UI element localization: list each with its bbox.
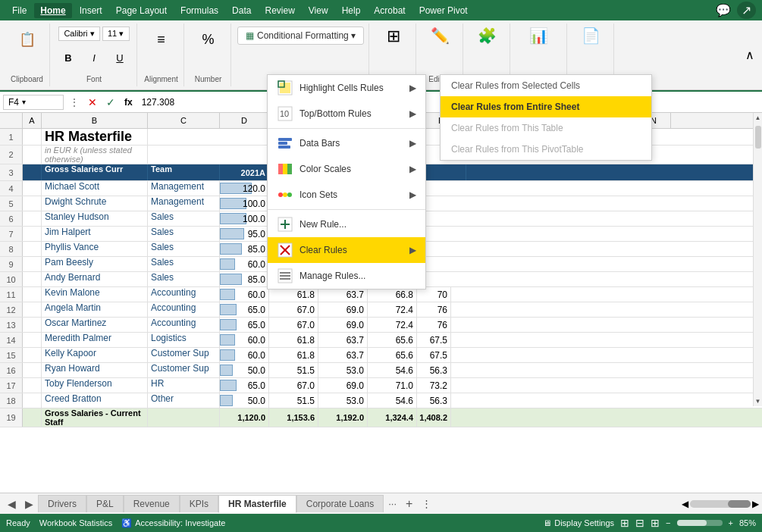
tab-revenue[interactable]: Revenue (124, 495, 180, 512)
cf-submenu-item-selected[interactable]: Clear Rules from Selected Cells (441, 75, 651, 96)
font-size-selector[interactable]: 11 ▾ (102, 27, 130, 41)
expand-icon[interactable]: ⋮ (67, 97, 82, 108)
cf-menu-item-topbottom[interactable]: 10 Top/Bottom Rules ▶ (268, 101, 425, 127)
cell[interactable] (23, 129, 42, 145)
cell[interactable]: Sales (148, 257, 220, 271)
confirm-formula-icon[interactable]: ✓ (103, 96, 118, 108)
cell[interactable]: Accounting (148, 318, 220, 332)
cell[interactable]: Phyllis Vance (42, 242, 148, 256)
menu-help[interactable]: Help (336, 3, 367, 18)
cell[interactable]: Accounting (148, 302, 220, 317)
cell[interactable]: 67.0 (269, 302, 318, 317)
cell[interactable]: 85.0 (220, 242, 269, 256)
cell[interactable]: 1,324.4 (368, 408, 417, 427)
cell[interactable]: 65.0 (220, 302, 269, 317)
font-family-selector[interactable]: Calibri ▾ (58, 27, 99, 41)
analyze-icon[interactable]: 📊 (529, 27, 548, 45)
add-sheet-button[interactable]: + (401, 494, 417, 514)
cell[interactable]: Gross Salaries - Current Staff (42, 408, 148, 427)
clipboard-button[interactable]: 📋 (13, 27, 42, 52)
cells-icon[interactable]: ⊞ (387, 27, 400, 46)
cell[interactable]: 65.6 (368, 333, 417, 347)
cf-menu-item-colorscales[interactable]: Color Scales ▶ (268, 156, 425, 182)
cell[interactable]: Angela Martin (42, 302, 148, 317)
cell[interactable]: Dwight Schrute (42, 196, 148, 211)
cell[interactable]: 73.2 (417, 378, 451, 393)
cell[interactable]: 51.5 (269, 393, 318, 408)
cell[interactable]: Customer Sup (148, 363, 220, 377)
cf-menu-item-managerules[interactable]: Manage Rules... (268, 263, 425, 289)
cell[interactable]: 72.4 (368, 302, 417, 317)
cell[interactable] (23, 146, 42, 164)
tab-scrollbar[interactable] (690, 500, 751, 508)
cell-ref-dropdown-icon[interactable]: ▾ (22, 98, 26, 106)
tab-drivers[interactable]: Drivers (38, 495, 86, 512)
cell[interactable] (23, 302, 42, 317)
italic-button[interactable]: I (82, 50, 106, 66)
cell[interactable]: in EUR k (unless stated otherwise) (42, 146, 148, 164)
cell[interactable] (23, 272, 42, 286)
cell[interactable]: Jim Halpert (42, 227, 148, 241)
cell[interactable] (23, 333, 42, 347)
menu-pagelayout[interactable]: Page Layout (110, 3, 173, 18)
cell[interactable] (23, 363, 42, 377)
cell[interactable]: Logistics (148, 333, 220, 347)
normal-view-button[interactable]: ⊞ (620, 517, 629, 529)
cell[interactable]: 60.0 (220, 333, 269, 347)
menu-powerpivot[interactable]: Power Pivot (413, 3, 474, 18)
cf-menu-item-iconsets[interactable]: Icon Sets ▶ (268, 182, 425, 208)
cell[interactable]: Sales (148, 211, 220, 226)
cell[interactable]: 60.0 (220, 257, 269, 271)
cell[interactable]: HR Masterfile (42, 129, 148, 145)
tab-scroll-right[interactable]: ▶ (752, 499, 759, 509)
cell[interactable]: 71.0 (368, 378, 417, 393)
cell[interactable]: 69.0 (318, 378, 368, 393)
comment-icon[interactable]: 💬 (711, 2, 735, 19)
menu-view[interactable]: View (303, 3, 334, 18)
menu-acrobat[interactable]: Acrobat (368, 3, 411, 18)
tab-scrollbar-thumb[interactable] (728, 500, 751, 508)
cell[interactable]: Customer Sup (148, 348, 220, 362)
cell[interactable]: 65.6 (368, 348, 417, 362)
cell[interactable]: 61.8 (269, 333, 318, 347)
cf-menu-item-clearrules[interactable]: Clear Rules ▶ (268, 237, 425, 263)
ribbon-collapse-button[interactable]: ∧ (742, 45, 757, 65)
cell[interactable]: 61.8 (269, 348, 318, 362)
tab-corporateloans[interactable]: Corporate Loans (296, 495, 384, 512)
cell[interactable]: Management (148, 181, 220, 196)
cell[interactable]: 67.0 (269, 318, 318, 332)
cell[interactable]: 120.0 (220, 181, 269, 196)
cell[interactable]: Accounting (148, 287, 220, 302)
cell[interactable]: 76 (417, 302, 451, 317)
sheet-options-button[interactable]: ⋮ (417, 495, 436, 512)
tab-nav-next[interactable]: ▶ (20, 495, 38, 513)
cell[interactable]: 56.3 (417, 393, 451, 408)
cell[interactable]: 50.0 (220, 363, 269, 377)
cell[interactable]: 54.6 (368, 363, 417, 377)
cell[interactable] (23, 196, 42, 211)
underline-button[interactable]: U (108, 50, 132, 66)
cell[interactable]: Other (148, 393, 220, 408)
cell[interactable]: Creed Bratton (42, 393, 148, 408)
cell[interactable]: 76 (417, 318, 451, 332)
cell[interactable]: 54.6 (368, 393, 417, 408)
cell[interactable]: 60.0 (220, 348, 269, 362)
cell[interactable]: 67.0 (269, 378, 318, 393)
cell[interactable]: 100.0 (220, 196, 269, 211)
cell[interactable]: 67.5 (417, 333, 451, 347)
cell[interactable]: Management (148, 196, 220, 211)
cell[interactable]: 63.7 (318, 333, 368, 347)
cell[interactable]: HR (148, 378, 220, 393)
cell[interactable] (148, 408, 220, 427)
insert-function-icon[interactable]: fx (121, 97, 136, 108)
cell[interactable]: Gross Salaries Curr (42, 164, 148, 180)
cell[interactable]: Andy Bernard (42, 272, 148, 286)
cell[interactable]: Pam Beesly (42, 257, 148, 271)
zoom-in-button[interactable]: + (729, 518, 733, 527)
cell[interactable] (23, 348, 42, 362)
cell[interactable] (23, 287, 42, 302)
cell[interactable]: 1,120.0 (220, 408, 269, 427)
cell[interactable]: Sales (148, 242, 220, 256)
cell[interactable]: 1,192.0 (318, 408, 368, 427)
cell[interactable]: 60.0 (220, 287, 269, 302)
